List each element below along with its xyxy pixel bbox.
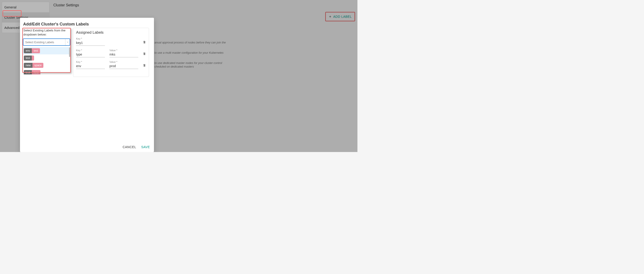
key-label: Key * [76, 49, 105, 52]
dialog-title: Add/Edit Cluster's Custom Labels [23, 22, 151, 27]
key-input[interactable]: type [76, 52, 105, 57]
value-input[interactable]: prod [110, 64, 138, 69]
save-button[interactable]: SAVE [141, 145, 150, 149]
cancel-button[interactable]: CANCEL [122, 145, 136, 149]
select-labels-panel: Select Existing Labels from the dropdown… [23, 29, 70, 74]
scrollbar[interactable] [69, 47, 70, 57]
key-label: Key * [76, 61, 105, 63]
dialog-actions: CANCEL SAVE [122, 145, 150, 149]
assigned-labels-panel: Assigned Labels Key * key1 Key * type Va… [73, 28, 149, 77]
key-label: Key * [76, 37, 105, 40]
delete-row-button[interactable] [143, 52, 146, 57]
dropdown-option[interactable]: new space [23, 62, 70, 69]
labels-select-input[interactable] [24, 39, 65, 45]
label-value: test [32, 48, 40, 53]
labels-select[interactable] [23, 39, 70, 46]
key-input[interactable]: env [76, 64, 105, 69]
assigned-row: Key * env Value * prod [76, 61, 146, 69]
labels-dialog: Add/Edit Cluster's Custom Labels Select … [20, 18, 154, 152]
dropdown-option[interactable]: env test [23, 47, 70, 54]
label-key: test [24, 56, 32, 61]
dropdown-option[interactable]: test [23, 54, 70, 62]
trash-icon [143, 40, 146, 44]
label-value: space [32, 63, 43, 68]
label-key: new [24, 63, 32, 68]
label-key: test [24, 70, 32, 74]
label-value: new [32, 70, 40, 74]
dropdown-option[interactable]: test new [23, 69, 70, 74]
key-input[interactable]: key1 [76, 41, 105, 46]
labels-dropdown-list: env test test new space test new [23, 47, 70, 74]
trash-icon [143, 64, 146, 67]
trash-icon [143, 52, 146, 56]
label-value [32, 56, 34, 61]
delete-row-button[interactable] [143, 40, 146, 46]
chevron-down-icon[interactable] [65, 39, 70, 45]
value-input[interactable]: mks [110, 52, 138, 57]
value-label: Value * [110, 49, 138, 52]
select-instruction: Select Existing Labels from the dropdown… [23, 29, 70, 37]
value-label: Value * [110, 61, 138, 63]
label-key: env [24, 48, 32, 53]
assigned-row: Key * key1 [76, 37, 146, 46]
delete-row-button[interactable] [143, 64, 146, 69]
assigned-row: Key * type Value * mks [76, 49, 146, 57]
assigned-labels-title: Assigned Labels [76, 30, 146, 35]
